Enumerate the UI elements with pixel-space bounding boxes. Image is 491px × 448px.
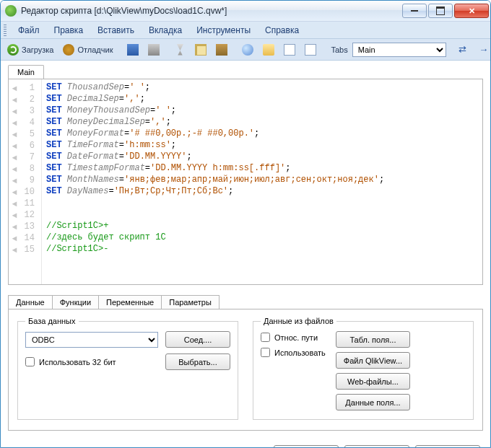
reload-label: Загрузка — [22, 45, 53, 54]
window-title: Редактор скрипта [d:\QlikView\myDocs\loa… — [21, 6, 401, 16]
force32-label: Использовать 32 бит — [39, 358, 116, 366]
tab-parameters[interactable]: Параметры — [161, 295, 220, 309]
debug-label: Отладчик — [77, 45, 113, 54]
save-icon — [127, 44, 139, 56]
data-fields-button[interactable]: Данные поля... — [336, 394, 410, 410]
next-button[interactable] — [474, 42, 491, 58]
relative-path-label: Относ. пути — [274, 333, 318, 342]
line-gutter: ◄1◄2◄3◄4◄5◄6◄7◄8◄9◄10◄11◄12◄13◄14◄15 — [9, 79, 42, 284]
toolbar: Загрузка Отладчик Tabs Main — [1, 39, 490, 61]
reload-button[interactable]: Загрузка — [4, 42, 57, 58]
menu-edit[interactable]: Правка — [47, 23, 91, 38]
tab-functions[interactable]: Функции — [52, 295, 99, 309]
doc-icon — [305, 44, 316, 56]
copy-icon — [195, 44, 207, 56]
ok-button[interactable]: OK — [274, 445, 339, 448]
open-button[interactable] — [259, 42, 278, 58]
database-group: База данных ODBC Соед.... Использовать 3… — [17, 317, 238, 420]
editor-tab-main[interactable]: Main — [8, 65, 44, 79]
tab-variables[interactable]: Переменные — [98, 295, 162, 309]
connect-button[interactable]: Соед.... — [165, 331, 230, 348]
help-button[interactable]: Справка — [415, 445, 480, 448]
bug-icon — [63, 44, 74, 56]
use-checkbox[interactable]: Использовать — [261, 348, 326, 357]
doc-icon — [284, 44, 295, 56]
menu-file[interactable]: Файл — [11, 23, 47, 38]
menubar-grip — [4, 25, 6, 36]
arrow-right-icon — [478, 44, 490, 56]
search-icon — [242, 44, 253, 56]
menu-insert[interactable]: Вставить — [90, 23, 142, 38]
paste-icon — [216, 44, 227, 56]
select-button[interactable]: Выбрать... — [165, 353, 230, 370]
reload-icon — [7, 44, 19, 56]
relative-path-input[interactable] — [261, 333, 270, 342]
print-icon — [148, 44, 160, 56]
menu-help[interactable]: Справка — [258, 23, 306, 38]
maximize-button[interactable] — [428, 4, 453, 18]
copy-button[interactable] — [191, 42, 210, 58]
tabs-label: Tabs — [327, 45, 349, 54]
code-editor[interactable]: ◄1◄2◄3◄4◄5◄6◄7◄8◄9◄10◄11◄12◄13◄14◄15 SET… — [8, 79, 483, 285]
dialog-footer: OK Отмена Справка — [1, 438, 490, 448]
use-label: Использовать — [274, 348, 326, 357]
cancel-button[interactable]: Отмена — [344, 445, 409, 448]
save-button[interactable] — [123, 42, 142, 58]
menu-tools[interactable]: Инструменты — [189, 23, 258, 38]
script-editor-window: Редактор скрипта [d:\QlikView\myDocs\loa… — [0, 0, 491, 448]
find-button[interactable] — [238, 42, 257, 58]
app-icon — [5, 5, 17, 17]
paste-button[interactable] — [212, 42, 231, 58]
close-button[interactable] — [454, 4, 489, 18]
menubar: Файл Правка Вставить Вкладка Инструменты… — [1, 22, 490, 39]
tabs-select[interactable]: Main — [352, 43, 446, 57]
minimize-button[interactable] — [402, 4, 427, 18]
db-type-select[interactable]: ODBC — [25, 332, 158, 348]
folder-icon — [263, 44, 274, 56]
table-fields-button[interactable]: Табл. поля... — [336, 331, 410, 348]
reorder-button[interactable] — [453, 42, 472, 58]
menu-tab[interactable]: Вкладка — [142, 23, 189, 38]
database-legend: База данных — [25, 317, 79, 325]
use-input[interactable] — [261, 348, 270, 357]
qlikview-file-button[interactable]: Файл QlikView... — [336, 352, 410, 369]
doc2-button[interactable] — [301, 42, 320, 58]
web-files-button[interactable]: Web-файлы... — [336, 373, 410, 390]
relative-path-checkbox[interactable]: Относ. пути — [261, 333, 326, 342]
code-area[interactable]: SET ThousandSep=' ';SET DecimalSep=',';S… — [42, 79, 482, 284]
files-group: Данные из файлов Относ. пути Использоват… — [253, 317, 474, 420]
cut-button[interactable] — [170, 42, 189, 58]
tab-data[interactable]: Данные — [8, 295, 53, 309]
force32-input[interactable] — [25, 357, 35, 366]
data-panel: База данных ODBC Соед.... Использовать 3… — [8, 309, 483, 431]
swap-icon — [457, 44, 469, 56]
titlebar[interactable]: Редактор скрипта [d:\QlikView\myDocs\loa… — [1, 1, 490, 22]
force32-checkbox[interactable]: Использовать 32 бит — [25, 357, 116, 366]
debug-button[interactable]: Отладчик — [59, 42, 116, 58]
doc-button[interactable] — [280, 42, 299, 58]
files-legend: Данные из файлов — [261, 317, 336, 325]
print-button[interactable] — [144, 42, 163, 58]
cut-icon — [174, 44, 186, 56]
